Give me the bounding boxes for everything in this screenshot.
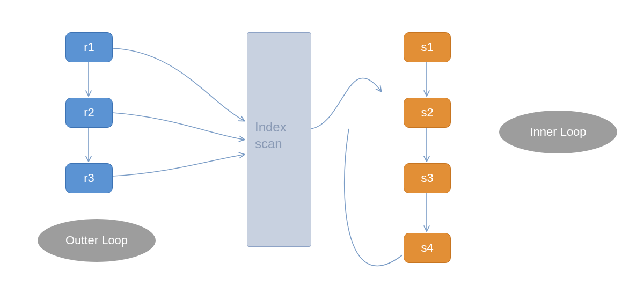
node-s1: s1 [404, 32, 451, 62]
node-s3: s3 [404, 163, 451, 193]
node-r3: r3 [65, 163, 113, 193]
node-s2: s2 [404, 98, 451, 128]
node-r1: r1 [65, 32, 113, 62]
node-s4: s4 [404, 233, 451, 263]
arrow-r3-index [113, 155, 244, 176]
node-r2-label: r2 [84, 106, 94, 120]
inner-loop-label: Inner Loop [530, 125, 586, 139]
index-scan-box: Index scan [247, 32, 311, 247]
node-r1-label: r1 [84, 40, 94, 54]
node-s2-label: s2 [421, 106, 433, 120]
outer-loop-label: Outter Loop [65, 233, 128, 247]
node-s3-label: s3 [421, 171, 433, 185]
arrow-r2-index [113, 113, 244, 140]
outer-loop-ellipse: Outter Loop [38, 219, 156, 262]
arrow-inner-loopback [345, 129, 402, 266]
inner-loop-ellipse: Inner Loop [499, 111, 617, 154]
index-label-line2: scan [255, 135, 287, 152]
index-label-line1: Index [255, 119, 287, 135]
node-r3-label: r3 [84, 171, 94, 185]
diagram-stage: r1 r2 r3 Index scan s1 s2 s3 s4 Outter L… [0, 0, 644, 307]
node-s1-label: s1 [421, 40, 433, 54]
node-s4-label: s4 [421, 241, 433, 255]
arrow-r1-index [113, 48, 244, 121]
arrow-index-inner [311, 78, 381, 129]
node-r2: r2 [65, 98, 113, 128]
